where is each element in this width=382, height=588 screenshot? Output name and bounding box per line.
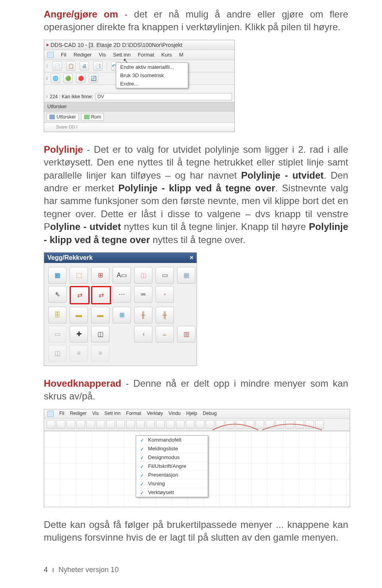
polyline-klipp-button[interactable]: ⇄ <box>91 286 111 304</box>
tool-icon[interactable]: ⊞ <box>91 267 109 284</box>
tb-icon[interactable]: 📋 <box>66 61 76 71</box>
tb-icon[interactable] <box>146 420 155 429</box>
tb-icon[interactable] <box>236 420 244 429</box>
main-toolbar <box>44 419 350 431</box>
refresh-icon[interactable]: 🔄 <box>89 74 98 83</box>
screenshot-dds-toolbar: DDS-CAD 10 - [3. Etasje 2D D:\DDS\100Nor… <box>44 40 235 132</box>
tool-icon[interactable]: ╫ <box>134 307 152 323</box>
tb-icon[interactable]: 🖨 <box>80 61 89 71</box>
context-item[interactable]: Visning <box>136 479 208 488</box>
para-polylinje: Polylinje - Det er to valg for utvidet p… <box>44 143 348 246</box>
tb-icon[interactable] <box>116 420 125 429</box>
menu-fil[interactable]: Fil <box>59 411 64 417</box>
window-titlebar: DDS-CAD 10 - [3. Etasje 2D D:\DDS\100Nor… <box>44 40 234 50</box>
dropdown-item[interactable]: Endre aktiv materialfil... <box>116 63 188 71</box>
tool-icon[interactable]: ⫠ <box>156 326 174 343</box>
tool-icon[interactable]: ▬ <box>91 307 109 323</box>
tb-icon[interactable] <box>265 420 274 429</box>
tab-utforsker[interactable]: Utforsker <box>47 113 79 121</box>
tb-icon[interactable] <box>226 420 234 429</box>
tool-icon[interactable]: ▦ <box>177 267 195 284</box>
menu-hjelp[interactable]: Hjelp <box>186 411 197 417</box>
tb-icon[interactable] <box>196 420 205 429</box>
tb-icon[interactable] <box>176 420 185 429</box>
tool-icon[interactable]: ⇖ <box>48 286 66 303</box>
tab-rom[interactable]: Rom <box>81 113 104 121</box>
menu-format[interactable]: Format <box>126 411 141 417</box>
para-angre: Angre/gjøre om - det er nå mulig å andre… <box>44 8 348 34</box>
tb-icon[interactable]: 🟢 <box>63 74 73 83</box>
context-item[interactable]: Presentasjon <box>136 471 208 479</box>
tool-icon[interactable]: 🗄 <box>48 307 66 323</box>
menu-vindu[interactable]: Vindu <box>169 411 181 417</box>
bottom-label: Svare DD I <box>44 125 78 129</box>
tool-icon[interactable]: A▭ <box>113 267 131 284</box>
tool-icon[interactable]: ◦ <box>156 286 174 303</box>
tb-icon[interactable] <box>86 420 95 429</box>
globe-icon[interactable]: 🌐 <box>51 74 60 83</box>
tool-icon[interactable]: ▥ <box>177 326 195 343</box>
tb-icon[interactable] <box>47 420 55 429</box>
tool-icon[interactable]: ✚ <box>70 326 88 343</box>
tool-icon[interactable]: ◫ <box>91 326 109 343</box>
tb-icon[interactable] <box>96 420 105 429</box>
tb-icon[interactable]: 📄 <box>53 61 62 71</box>
tb-icon[interactable] <box>216 420 224 429</box>
app-menu-icon[interactable] <box>47 411 54 417</box>
menu-kurs[interactable]: Kurs <box>161 52 172 58</box>
tb-icon[interactable] <box>255 420 264 429</box>
tb-icon[interactable]: 📑 <box>93 61 103 71</box>
tool-icon: ≡ <box>91 345 109 362</box>
close-icon[interactable]: × <box>190 254 193 261</box>
tb-icon[interactable] <box>315 420 324 429</box>
tb-icon[interactable] <box>206 420 214 429</box>
term-polylinje: Polylinje <box>44 144 83 155</box>
app-menu-icon[interactable] <box>47 52 54 58</box>
tb-icon[interactable] <box>106 420 115 429</box>
tool-icon[interactable]: ⫞ <box>134 326 152 343</box>
polyline-utvidet-button[interactable]: ⇄ <box>70 286 90 304</box>
tool-icon[interactable]: ⬚ <box>70 267 88 284</box>
tb-icon[interactable] <box>186 420 195 429</box>
window-title: DDS-CAD 10 - [3. Etasje 2D D:\DDS\100Nor… <box>51 42 182 48</box>
context-item[interactable]: Kommandofelt <box>136 436 208 444</box>
menu-m[interactable]: M <box>179 52 183 58</box>
tb-icon[interactable] <box>136 420 145 429</box>
tb-icon[interactable] <box>166 420 175 429</box>
context-item[interactable]: Fil/Utskrift/Angre <box>136 462 208 471</box>
tb-icon[interactable]: 🔴 <box>76 74 86 83</box>
context-item[interactable]: Designmodus <box>136 453 208 462</box>
tb-icon[interactable] <box>156 420 165 429</box>
dropdown-item[interactable]: Bruk 3D Isometrisk <box>116 71 188 80</box>
tool-icon[interactable]: ▦ <box>48 267 66 284</box>
tool-icon[interactable]: ═ <box>134 286 152 303</box>
tb-icon[interactable] <box>246 420 254 429</box>
menu-fil[interactable]: Fil <box>61 52 66 58</box>
tb-icon[interactable] <box>76 420 85 429</box>
tb-icon[interactable] <box>275 420 284 429</box>
tb-icon[interactable] <box>66 420 75 429</box>
tool-icon[interactable]: ⊞ <box>113 307 131 323</box>
tb-icon[interactable] <box>295 420 304 429</box>
menu-rediger[interactable]: Rediger <box>70 411 87 417</box>
tool-icon[interactable]: ◫ <box>134 267 152 284</box>
menu-debug[interactable]: Debug <box>203 411 216 417</box>
menu-vis[interactable]: Vis <box>99 52 106 58</box>
tool-icon[interactable]: ▭ <box>156 267 174 284</box>
tb-icon[interactable] <box>57 420 65 429</box>
menu-vis[interactable]: Vis <box>92 411 99 417</box>
menu-rediger[interactable]: Rediger <box>74 52 92 58</box>
menu-settinn[interactable]: Sett inn <box>104 411 121 417</box>
menu-format[interactable]: Format <box>138 52 154 58</box>
tool-icon[interactable]: ⋯ <box>113 286 131 303</box>
dropdown-item[interactable]: Endre... <box>116 80 188 88</box>
tb-icon[interactable] <box>305 420 314 429</box>
context-item[interactable]: Meldingsliste <box>136 444 208 453</box>
tool-icon[interactable]: ╫ <box>156 307 174 323</box>
tb-icon[interactable] <box>126 420 135 429</box>
tb-icon[interactable] <box>285 420 294 429</box>
tool-icon[interactable]: ▬ <box>70 307 88 323</box>
status-input[interactable]: DV <box>96 93 232 100</box>
menu-verktoy[interactable]: Verktøy <box>147 411 163 417</box>
context-item[interactable]: Verktøysett <box>136 488 208 497</box>
